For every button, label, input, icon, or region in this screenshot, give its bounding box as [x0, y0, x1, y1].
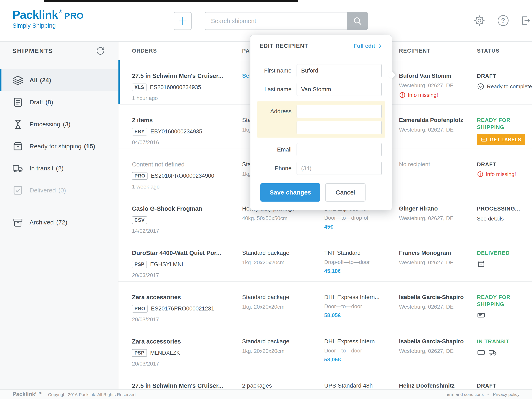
recipient-name: Francis Monogram [399, 249, 477, 256]
table-row[interactable]: Zara accessories PRO ES20176PRO000021231… [119, 282, 532, 326]
sidebar-item-processing[interactable]: Processing (3) [0, 113, 118, 135]
logout-button[interactable] [519, 14, 532, 27]
sidebar-item-all[interactable]: All (24) [0, 69, 118, 91]
brand-name: Packlink [13, 8, 58, 21]
sidebar-item-label: All [30, 77, 38, 84]
recipient-name: Ginger Hirano [399, 205, 477, 212]
status-label: READY FOR SHIPPING [477, 294, 532, 308]
orders-cell: Content not defined PRO ES2016PRO0000234… [132, 161, 242, 193]
label-icon [477, 311, 485, 319]
sidebar-item-draft[interactable]: Draft (8) [0, 91, 118, 113]
status-icons [477, 311, 532, 319]
cancel-button[interactable]: Cancel [325, 183, 365, 202]
source-badge: XLS [132, 83, 146, 91]
see-details-link[interactable]: See details [477, 215, 532, 222]
source-badge: EBY [132, 128, 147, 135]
email-field[interactable] [297, 143, 382, 156]
search-button[interactable] [347, 12, 368, 30]
get-labels-button[interactable]: GET LABELS [477, 134, 525, 145]
sidebar-item-count: (24) [40, 77, 51, 84]
save-changes-button[interactable]: Save changes [260, 183, 320, 202]
address-line2-field[interactable] [297, 121, 382, 134]
sidebar-item-delivered[interactable]: Delivered (0) [0, 179, 118, 201]
source-badge: PSP [132, 261, 147, 268]
service-name: UPS Standard 48h [324, 382, 399, 389]
service-cell: TNT Standard Drop-off—to—door 45,10€ [324, 249, 399, 281]
recipient-cell: No recipient [399, 161, 477, 193]
sidebar-item-label: Ready for shipping [30, 143, 82, 150]
delivered-box-icon [477, 260, 485, 268]
order-date: 20/03/2017 [132, 361, 242, 367]
footer-logo: PacklinkPRO [13, 391, 43, 398]
service-cell: DHL Express Intern... Door—to—door 58,05… [324, 338, 399, 370]
sidebar-item-ready-for-shipping[interactable]: Ready for shipping (15) [0, 135, 118, 157]
help-button[interactable]: ? [497, 14, 509, 27]
full-edit-link[interactable]: Full edit [354, 43, 383, 49]
status-cell: DRAFT Info missing! [477, 161, 532, 193]
parcel-dimensions: 1kg. 20x20x20cm [242, 348, 324, 354]
order-title: DuroStar 4400-Watt Quiet Por... [132, 249, 242, 256]
top-strip [44, 0, 298, 2]
order-title: 27.5 in Schwinn Men's Cruiser... [132, 72, 242, 79]
label-icon [477, 348, 485, 357]
recipient-location: Westeburg, 02627, DE [399, 215, 477, 222]
order-reference: ES2016PRO0000234900 [151, 173, 214, 179]
first-name-field[interactable] [297, 64, 382, 77]
parcels-cell: Standard package 1kg. 20x20x20cm [242, 294, 324, 326]
packlink-app: Packlink ® PRO Simply Shipping [0, 0, 532, 399]
source-badge: CSV [132, 216, 147, 224]
privacy-link[interactable]: Privacy policy [493, 392, 519, 397]
add-shipment-button[interactable] [174, 12, 192, 30]
order-title: 27.5 in Schwinn Men's Cruiser... [132, 382, 242, 389]
terms-link[interactable]: Term and conditions [445, 392, 484, 397]
refresh-button[interactable] [96, 46, 105, 56]
status-cell: READY FOR SHIPPING [477, 294, 532, 326]
status-cell: READY FOR SHIPPING GET LABELS [477, 117, 532, 149]
hourglass-icon [13, 119, 23, 130]
parcels-cell: Standard package 1kg. 20x20x20cm [242, 338, 324, 370]
recipient-cell: Isabella Garcia-Shapiro Westeburg, 02627… [399, 338, 477, 370]
recipient-name: Heinz Doofenshmitz [399, 382, 477, 389]
packlink-logo[interactable]: Packlink ® PRO Simply Shipping [13, 8, 84, 29]
recipient-none: No recipient [399, 161, 477, 168]
selected-indicator [0, 69, 1, 91]
order-title: Content not defined [132, 161, 242, 168]
email-label: Email [260, 146, 291, 153]
check-square-icon [13, 185, 23, 196]
modal-title: EDIT RECIPIENT [260, 43, 308, 49]
status-label: PROCESSING... [477, 205, 532, 212]
sidebar-item-archived[interactable]: Archived (72) [0, 211, 118, 233]
sidebar-item-in-transit[interactable]: In transit (2) [0, 157, 118, 179]
order-reference: MLNDXLZK [150, 350, 180, 356]
orders-cell: 27.5 in Schwinn Men's Cruiser... XLS ES2… [132, 72, 242, 104]
archive-icon [13, 217, 23, 228]
table-row[interactable]: 27.5 in Schwinn Men's Cruiser... 2 packa… [119, 370, 532, 389]
brand-pro: PRO [64, 11, 83, 21]
sidebar-item-count: (72) [56, 219, 67, 226]
recipient-location: Westeburg, 02627, DE [399, 82, 477, 89]
modal-actions: Save changes Cancel [250, 180, 392, 202]
column-header-recipient: RECIPIENT [399, 48, 477, 54]
table-row[interactable]: DuroStar 4400-Watt Quiet Por... PSP EGHS… [119, 237, 532, 282]
search-bar [205, 12, 368, 30]
order-date: 04/07/2016 [132, 139, 242, 146]
recipient-location: Westeburg, 02627, DE [399, 348, 477, 354]
settings-button[interactable] [473, 14, 485, 27]
status-label: DRAFT [477, 72, 532, 79]
order-date: 1 hour ago [132, 95, 242, 101]
recipient-name: Isabella Garcia-Shapiro [399, 294, 477, 301]
order-reference: EBY0160000234935 [151, 128, 202, 135]
first-name-label: First name [260, 67, 291, 74]
last-name-field[interactable] [297, 83, 382, 96]
order-title: Zara accessories [132, 338, 242, 345]
service-route: Drop-off—to—door [324, 259, 399, 265]
phone-field[interactable] [297, 162, 382, 175]
status-cell: DRAFT Ready to complete [477, 72, 532, 104]
table-row[interactable]: Zara accessories PSP MLNDXLZK 20/03/2017… [119, 326, 532, 370]
recipient-location: Westeburg, 02627, DE [399, 127, 477, 133]
sidebar-item-count: (3) [63, 121, 70, 128]
address-line1-field[interactable] [297, 105, 382, 118]
sidebar-item-label: Draft [30, 99, 43, 106]
search-input[interactable] [205, 12, 347, 30]
recipient-form: First name Last name Address Email [250, 57, 392, 175]
